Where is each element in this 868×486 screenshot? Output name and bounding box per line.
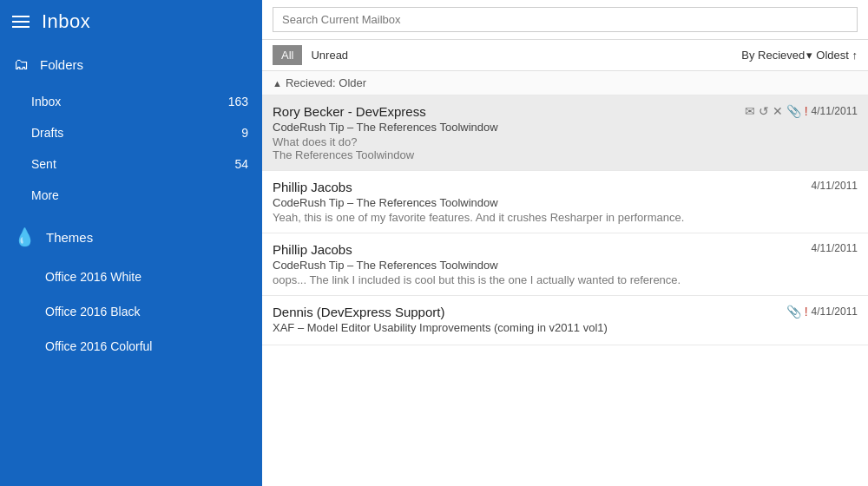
sidebar-header: Inbox — [0, 0, 262, 43]
email-subject: XAF – Model Editor Usability Improvement… — [273, 321, 858, 334]
email-sender: Phillip Jacobs — [273, 180, 352, 194]
email-subject: CodeRush Tip – The References Toolwindow — [273, 196, 858, 209]
sort-label: By Recieved — [741, 49, 805, 62]
email-sender: Dennis (DevExpress Support) — [273, 305, 444, 319]
sidebar-title: Inbox — [42, 10, 90, 33]
email-icons: ✉ ↺ ✕ 📎 ! 4/11/2011 — [745, 104, 858, 118]
themes-section[interactable]: 💧 Themes — [0, 214, 262, 259]
email-preview-line1: What does it do? — [273, 135, 858, 148]
email-date: 4/11/2011 — [812, 305, 858, 318]
section-label: Recieved: Older — [286, 76, 366, 89]
sidebar-folders-item[interactable]: 🗂 Folders — [0, 43, 262, 86]
search-input[interactable] — [273, 7, 858, 32]
email-date: 4/11/2011 — [812, 180, 858, 192]
email-item[interactable]: Rory Becker - DevExpress ✉ ↺ ✕ 📎 ! 4/11/… — [262, 95, 868, 171]
sort-dir-label: Oldest — [816, 49, 849, 62]
email-row1: Dennis (DevExpress Support) 📎 ! 4/11/201… — [273, 305, 858, 319]
theme-black-label: Office 2016 Black — [45, 305, 140, 319]
email-date: 4/11/2011 — [812, 105, 858, 117]
more-label: More — [31, 188, 59, 202]
toolbar-right: By Recieved ▾ Oldest ↑ — [741, 49, 858, 62]
email-date: 4/11/2011 — [812, 242, 858, 254]
folder-icon: 🗂 — [14, 56, 30, 74]
sort-direction-button[interactable]: Oldest ↑ — [816, 49, 858, 62]
email-item[interactable]: Phillip Jacobs 4/11/2011 CodeRush Tip – … — [262, 171, 868, 233]
sidebar-drafts-count: 9 — [241, 126, 248, 140]
sidebar-inbox-count: 163 — [228, 95, 248, 108]
sort-dir-icon: ↑ — [852, 49, 858, 62]
theme-item-black[interactable]: Office 2016 Black — [0, 294, 262, 329]
sidebar-inbox-label: Inbox — [31, 95, 61, 108]
folders-label: Folders — [40, 57, 83, 72]
email-preview-line1: Yeah, this is one of my favorite feature… — [273, 211, 858, 224]
email-attachment-icon: 📎 — [786, 305, 801, 319]
email-flag-icon[interactable]: ! — [805, 305, 808, 319]
sidebar-item-inbox[interactable]: Inbox 163 — [0, 86, 262, 117]
email-icons: 📎 ! 4/11/2011 — [786, 305, 858, 319]
section-header: ▲ Recieved: Older — [262, 71, 868, 95]
email-delete-icon[interactable]: ✕ — [773, 104, 783, 118]
toolbar: All Unread By Recieved ▾ Oldest ↑ — [262, 40, 868, 71]
sidebar: Inbox 🗂 Folders Inbox 163 Drafts 9 Sent … — [0, 0, 262, 486]
email-subject: CodeRush Tip – The References Toolwindow — [273, 121, 858, 134]
themes-label: Themes — [46, 230, 93, 245]
sort-by-button[interactable]: By Recieved ▾ — [741, 49, 812, 62]
email-attachment-icon: 📎 — [786, 104, 801, 118]
email-flag-icon[interactable]: ! — [805, 104, 808, 118]
email-item[interactable]: Phillip Jacobs 4/11/2011 CodeRush Tip – … — [262, 233, 868, 296]
sidebar-item-sent[interactable]: Sent 54 — [0, 148, 262, 180]
email-forward-icon[interactable]: ↺ — [759, 104, 769, 118]
email-row1: Rory Becker - DevExpress ✉ ↺ ✕ 📎 ! 4/11/… — [273, 104, 858, 119]
search-bar — [262, 0, 868, 40]
theme-item-colorful[interactable]: Office 2016 Colorful — [0, 329, 262, 364]
sort-dropdown-icon[interactable]: ▾ — [806, 49, 812, 62]
email-row1: Phillip Jacobs 4/11/2011 — [273, 242, 858, 257]
email-subject: CodeRush Tip – The References Toolwindow — [273, 259, 858, 272]
sidebar-item-drafts[interactable]: Drafts 9 — [0, 117, 262, 148]
email-sender: Rory Becker - DevExpress — [273, 104, 426, 119]
email-preview-line1: oops... The link I included is cool but … — [273, 273, 858, 286]
toolbar-left: All Unread — [273, 45, 357, 65]
email-item[interactable]: Dennis (DevExpress Support) 📎 ! 4/11/201… — [262, 296, 868, 345]
theme-colorful-label: Office 2016 Colorful — [45, 339, 152, 353]
sidebar-drafts-label: Drafts — [31, 126, 63, 140]
sidebar-sent-label: Sent — [31, 157, 56, 171]
theme-white-label: Office 2016 White — [45, 270, 141, 284]
email-row1: Phillip Jacobs 4/11/2011 — [273, 180, 858, 194]
email-preview-line2: The References Toolwindow — [273, 148, 858, 161]
themes-icon: 💧 — [14, 227, 36, 247]
hamburger-icon[interactable] — [12, 16, 30, 28]
all-tab[interactable]: All — [273, 45, 302, 65]
unread-tab[interactable]: Unread — [302, 45, 357, 65]
sidebar-item-more[interactable]: More — [0, 180, 262, 211]
email-sender: Phillip Jacobs — [273, 242, 352, 257]
email-list: Rory Becker - DevExpress ✉ ↺ ✕ 📎 ! 4/11/… — [262, 95, 868, 486]
section-collapse-icon[interactable]: ▲ — [273, 78, 282, 89]
email-reply-icon[interactable]: ✉ — [745, 104, 755, 118]
sidebar-sent-count: 54 — [234, 157, 248, 171]
main-content: All Unread By Recieved ▾ Oldest ↑ ▲ Reci… — [262, 0, 868, 486]
theme-item-white[interactable]: Office 2016 White — [0, 259, 262, 294]
